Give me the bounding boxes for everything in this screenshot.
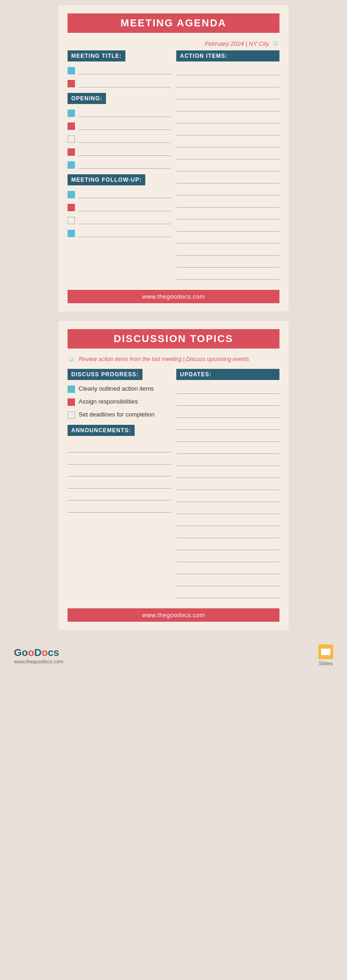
footer-url-2: www.thegoodocs.com: [68, 608, 279, 622]
followup-section: MEETING FOLLOW-UP:: [68, 174, 171, 237]
checkbox-red[interactable]: [68, 122, 75, 130]
subtitle-text: Review action items from the last meetin…: [79, 356, 249, 362]
brand-logo-accent: o: [28, 647, 34, 658]
write-line: [68, 491, 171, 501]
list-item: [68, 229, 171, 237]
write-line: [176, 493, 279, 502]
write-line: [176, 90, 279, 99]
write-line: [176, 481, 279, 490]
write-line: [176, 385, 279, 394]
write-line: [176, 138, 279, 147]
write-line: [176, 505, 279, 514]
brand-section: GooDocs www.thegoodocs.com: [14, 647, 63, 664]
write-line: [176, 210, 279, 220]
list-item: [68, 122, 171, 130]
discussion-topics-card: DISCUSSION TOPICS ☺ Review action items …: [58, 320, 289, 631]
discuss-progress-section: DISCUSS PROGRESS: Clearly outlined actio…: [68, 369, 171, 419]
list-item: Assign responsibilities: [68, 398, 171, 406]
write-line: [176, 517, 279, 526]
write-line: [176, 529, 279, 538]
announcements-header: ANNOUNCEMENTS:: [68, 425, 135, 436]
write-line: [176, 102, 279, 111]
write-line: [79, 135, 171, 143]
write-line: [79, 147, 171, 156]
brand-logo-accent2: o: [42, 647, 48, 658]
write-line: [176, 114, 279, 123]
write-line: [68, 455, 171, 465]
list-item: [68, 79, 171, 87]
write-line: [176, 234, 279, 244]
checkbox-teal[interactable]: [68, 67, 75, 74]
updates-column: UPDATES:: [176, 369, 279, 603]
item-text: Set deadlines for completion: [79, 410, 155, 419]
discuss-progress-header: DISCUSS PROGRESS:: [68, 369, 143, 380]
write-line: [68, 503, 171, 513]
checkbox-empty[interactable]: [68, 135, 75, 143]
checkbox-red[interactable]: [68, 398, 75, 406]
write-line: [176, 78, 279, 87]
checkbox-teal[interactable]: [68, 161, 75, 169]
checkbox-red[interactable]: [68, 204, 75, 211]
write-line: [79, 160, 171, 169]
write-line: [176, 457, 279, 466]
write-line: [68, 479, 171, 489]
write-line: [176, 198, 279, 208]
meeting-agenda-card: MEETING AGENDA February 2024 | NY City ☺…: [58, 5, 289, 312]
brand-bar: GooDocs www.thegoodocs.com Slides: [0, 639, 347, 674]
opening-section: OPENING:: [68, 93, 171, 169]
write-line: [176, 565, 279, 574]
checkbox-teal[interactable]: [68, 110, 75, 117]
write-line: [176, 397, 279, 406]
slides-label: Slides: [319, 661, 333, 666]
checkbox-teal[interactable]: [68, 386, 75, 393]
item-text: Clearly outlined action items: [79, 385, 154, 393]
write-line: [176, 270, 279, 280]
brand-logo: GooDocs: [14, 647, 63, 659]
checkbox-empty[interactable]: [68, 411, 75, 419]
checkbox-teal[interactable]: [68, 191, 75, 198]
write-line: [176, 66, 279, 75]
write-line: [176, 246, 279, 256]
write-line: [176, 553, 279, 562]
left-column: MEETING TITLE: OPENING:: [68, 50, 171, 284]
write-line: [176, 258, 279, 268]
checkbox-red[interactable]: [68, 148, 75, 156]
list-item: [68, 203, 171, 211]
updates-lines: [176, 385, 279, 598]
list-item: [68, 66, 171, 74]
list-item: [68, 216, 171, 224]
write-line: [79, 109, 171, 117]
action-items-column: ACTION ITEMS:: [176, 50, 279, 284]
write-line: [176, 469, 279, 478]
write-line: [176, 126, 279, 135]
list-item: Clearly outlined action items: [68, 385, 171, 393]
write-line: [176, 445, 279, 454]
write-line: [68, 467, 171, 477]
meeting-title-items: [68, 66, 171, 87]
slides-section: Slides: [318, 644, 333, 666]
list-item: [68, 147, 171, 156]
brand-url: www.thegoodocs.com: [14, 659, 63, 664]
date-text: February 2024 | NY City: [205, 40, 269, 47]
write-line: [176, 150, 279, 159]
updates-header: UPDATES:: [176, 369, 279, 380]
discuss-progress-items: Clearly outlined action items Assign res…: [68, 385, 171, 419]
write-line: [176, 222, 279, 232]
checkbox-red[interactable]: [68, 80, 75, 87]
slides-icon-square: [318, 644, 333, 659]
write-line: [79, 66, 171, 74]
slides-icon-inner: [321, 649, 330, 655]
write-line: [176, 186, 279, 196]
checkbox-teal[interactable]: [68, 230, 75, 237]
write-line: [176, 577, 279, 586]
write-line: [176, 541, 279, 550]
list-item: [68, 160, 171, 169]
checkbox-empty[interactable]: [68, 217, 75, 224]
write-line: [176, 433, 279, 442]
list-item: [68, 109, 171, 117]
write-line: [176, 174, 279, 184]
write-line: [79, 203, 171, 211]
write-line: [79, 216, 171, 224]
announcements-section: ANNOUNCEMENTS:: [68, 425, 171, 513]
opening-header: OPENING:: [68, 93, 106, 104]
